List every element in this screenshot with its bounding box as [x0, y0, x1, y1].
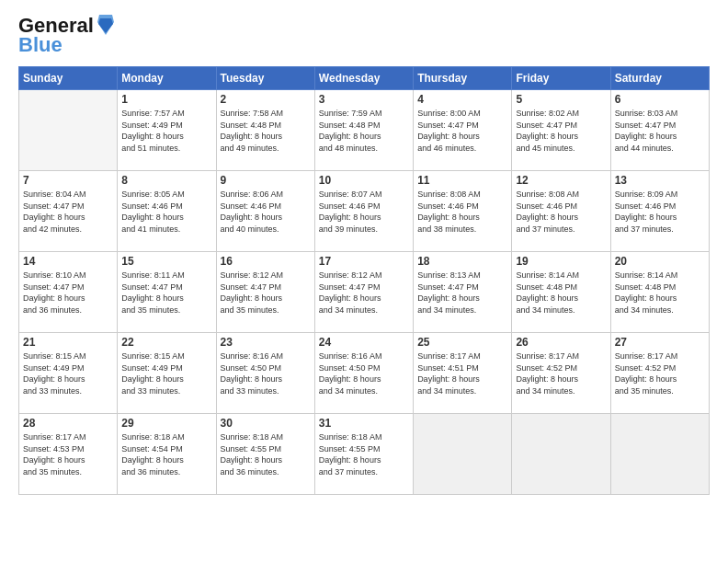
day-info: Sunrise: 8:14 AM Sunset: 4:48 PM Dayligh… [516, 270, 606, 316]
calendar-cell: 17Sunrise: 8:12 AM Sunset: 4:47 PM Dayli… [314, 252, 413, 333]
day-info: Sunrise: 7:58 AM Sunset: 4:48 PM Dayligh… [221, 108, 311, 154]
day-info: Sunrise: 8:03 AM Sunset: 4:47 PM Dayligh… [615, 108, 705, 154]
day-info: Sunrise: 8:10 AM Sunset: 4:47 PM Dayligh… [23, 270, 113, 316]
day-info: Sunrise: 8:08 AM Sunset: 4:46 PM Dayligh… [417, 189, 507, 235]
calendar-cell: 28Sunrise: 8:17 AM Sunset: 4:53 PM Dayli… [19, 414, 118, 495]
day-number: 27 [615, 336, 705, 349]
calendar-cell: 5Sunrise: 8:02 AM Sunset: 4:47 PM Daylig… [512, 90, 610, 171]
day-number: 10 [319, 174, 409, 187]
day-number: 9 [221, 174, 311, 187]
week-row-5: 28Sunrise: 8:17 AM Sunset: 4:53 PM Dayli… [19, 414, 710, 495]
weekday-header-thursday: Thursday [414, 67, 512, 90]
weekday-header-sunday: Sunday [19, 67, 118, 90]
calendar-cell: 21Sunrise: 8:15 AM Sunset: 4:49 PM Dayli… [19, 333, 118, 414]
day-info: Sunrise: 8:11 AM Sunset: 4:47 PM Dayligh… [121, 270, 211, 316]
day-number: 20 [615, 255, 705, 268]
calendar-cell: 26Sunrise: 8:17 AM Sunset: 4:52 PM Dayli… [512, 333, 610, 414]
day-number: 18 [417, 255, 507, 268]
day-info: Sunrise: 8:18 AM Sunset: 4:55 PM Dayligh… [319, 431, 409, 477]
calendar-cell: 24Sunrise: 8:16 AM Sunset: 4:50 PM Dayli… [314, 333, 413, 414]
calendar-cell: 15Sunrise: 8:11 AM Sunset: 4:47 PM Dayli… [118, 252, 216, 333]
day-number: 28 [23, 417, 113, 430]
calendar-cell: 22Sunrise: 8:15 AM Sunset: 4:49 PM Dayli… [118, 333, 216, 414]
calendar-cell: 20Sunrise: 8:14 AM Sunset: 4:48 PM Dayli… [610, 252, 709, 333]
week-row-1: 1Sunrise: 7:57 AM Sunset: 4:49 PM Daylig… [19, 90, 710, 171]
day-number: 22 [121, 336, 211, 349]
day-info: Sunrise: 8:13 AM Sunset: 4:47 PM Dayligh… [417, 270, 507, 316]
calendar-cell: 13Sunrise: 8:09 AM Sunset: 4:46 PM Dayli… [610, 171, 709, 252]
day-info: Sunrise: 8:09 AM Sunset: 4:46 PM Dayligh… [615, 189, 705, 235]
calendar-cell: 16Sunrise: 8:12 AM Sunset: 4:47 PM Dayli… [216, 252, 314, 333]
svg-marker-1 [98, 18, 113, 33]
day-info: Sunrise: 8:17 AM Sunset: 4:52 PM Dayligh… [615, 350, 705, 396]
week-row-2: 7Sunrise: 8:04 AM Sunset: 4:47 PM Daylig… [19, 171, 710, 252]
calendar-cell: 29Sunrise: 8:18 AM Sunset: 4:54 PM Dayli… [118, 414, 216, 495]
calendar-cell: 7Sunrise: 8:04 AM Sunset: 4:47 PM Daylig… [19, 171, 118, 252]
day-info: Sunrise: 8:17 AM Sunset: 4:51 PM Dayligh… [417, 350, 507, 396]
day-info: Sunrise: 8:17 AM Sunset: 4:53 PM Dayligh… [23, 431, 113, 477]
day-info: Sunrise: 8:15 AM Sunset: 4:49 PM Dayligh… [121, 350, 211, 396]
day-number: 15 [121, 255, 211, 268]
week-row-3: 14Sunrise: 8:10 AM Sunset: 4:47 PM Dayli… [19, 252, 710, 333]
calendar-cell: 10Sunrise: 8:07 AM Sunset: 4:46 PM Dayli… [314, 171, 413, 252]
day-number: 8 [121, 174, 211, 187]
calendar-cell: 31Sunrise: 8:18 AM Sunset: 4:55 PM Dayli… [314, 414, 413, 495]
calendar-cell: 27Sunrise: 8:17 AM Sunset: 4:52 PM Dayli… [610, 333, 709, 414]
day-number: 23 [221, 336, 311, 349]
day-info: Sunrise: 8:12 AM Sunset: 4:47 PM Dayligh… [221, 270, 311, 316]
day-info: Sunrise: 8:18 AM Sunset: 4:55 PM Dayligh… [221, 431, 311, 477]
calendar-cell: 8Sunrise: 8:05 AM Sunset: 4:46 PM Daylig… [118, 171, 216, 252]
logo: General Blue [18, 15, 116, 57]
weekday-header-row: SundayMondayTuesdayWednesdayThursdayFrid… [19, 67, 710, 90]
weekday-header-friday: Friday [512, 67, 610, 90]
day-number: 13 [615, 174, 705, 187]
calendar-cell: 4Sunrise: 8:00 AM Sunset: 4:47 PM Daylig… [414, 90, 512, 171]
calendar-cell: 1Sunrise: 7:57 AM Sunset: 4:49 PM Daylig… [118, 90, 216, 171]
day-info: Sunrise: 8:12 AM Sunset: 4:47 PM Dayligh… [319, 270, 409, 316]
day-info: Sunrise: 8:17 AM Sunset: 4:52 PM Dayligh… [516, 350, 606, 396]
day-number: 11 [417, 174, 507, 187]
day-info: Sunrise: 8:16 AM Sunset: 4:50 PM Dayligh… [319, 350, 409, 396]
calendar-cell [512, 414, 610, 495]
day-number: 25 [417, 336, 507, 349]
calendar-cell: 23Sunrise: 8:16 AM Sunset: 4:50 PM Dayli… [216, 333, 314, 414]
day-info: Sunrise: 8:02 AM Sunset: 4:47 PM Dayligh… [516, 108, 606, 154]
day-number: 31 [319, 417, 409, 430]
day-number: 6 [615, 93, 705, 106]
day-number: 5 [516, 93, 606, 106]
day-number: 2 [221, 93, 311, 106]
calendar-cell: 12Sunrise: 8:08 AM Sunset: 4:46 PM Dayli… [512, 171, 610, 252]
day-info: Sunrise: 8:00 AM Sunset: 4:47 PM Dayligh… [417, 108, 507, 154]
day-info: Sunrise: 8:07 AM Sunset: 4:46 PM Dayligh… [319, 189, 409, 235]
weekday-header-tuesday: Tuesday [216, 67, 314, 90]
logo-text-block: General Blue [18, 15, 116, 57]
day-number: 19 [516, 255, 606, 268]
calendar-cell: 6Sunrise: 8:03 AM Sunset: 4:47 PM Daylig… [610, 90, 709, 171]
day-number: 29 [121, 417, 211, 430]
calendar-cell: 19Sunrise: 8:14 AM Sunset: 4:48 PM Dayli… [512, 252, 610, 333]
day-info: Sunrise: 8:06 AM Sunset: 4:46 PM Dayligh… [221, 189, 311, 235]
day-info: Sunrise: 8:18 AM Sunset: 4:54 PM Dayligh… [121, 431, 211, 477]
weekday-header-saturday: Saturday [610, 67, 709, 90]
calendar-cell: 30Sunrise: 8:18 AM Sunset: 4:55 PM Dayli… [216, 414, 314, 495]
day-info: Sunrise: 8:08 AM Sunset: 4:46 PM Dayligh… [516, 189, 606, 235]
day-info: Sunrise: 7:57 AM Sunset: 4:49 PM Dayligh… [121, 108, 211, 154]
day-number: 3 [319, 93, 409, 106]
day-info: Sunrise: 8:05 AM Sunset: 4:46 PM Dayligh… [121, 189, 211, 235]
week-row-4: 21Sunrise: 8:15 AM Sunset: 4:49 PM Dayli… [19, 333, 710, 414]
day-info: Sunrise: 7:59 AM Sunset: 4:48 PM Dayligh… [319, 108, 409, 154]
day-number: 14 [23, 255, 113, 268]
weekday-header-wednesday: Wednesday [314, 67, 413, 90]
day-number: 26 [516, 336, 606, 349]
calendar-cell: 14Sunrise: 8:10 AM Sunset: 4:47 PM Dayli… [19, 252, 118, 333]
calendar-cell: 18Sunrise: 8:13 AM Sunset: 4:47 PM Dayli… [414, 252, 512, 333]
weekday-header-monday: Monday [118, 67, 216, 90]
day-number: 30 [221, 417, 311, 430]
calendar-cell: 9Sunrise: 8:06 AM Sunset: 4:46 PM Daylig… [216, 171, 314, 252]
day-info: Sunrise: 8:16 AM Sunset: 4:50 PM Dayligh… [221, 350, 311, 396]
day-number: 21 [23, 336, 113, 349]
calendar-cell: 25Sunrise: 8:17 AM Sunset: 4:51 PM Dayli… [414, 333, 512, 414]
day-number: 17 [319, 255, 409, 268]
calendar-table: SundayMondayTuesdayWednesdayThursdayFrid… [18, 66, 710, 495]
day-info: Sunrise: 8:04 AM Sunset: 4:47 PM Dayligh… [23, 189, 113, 235]
